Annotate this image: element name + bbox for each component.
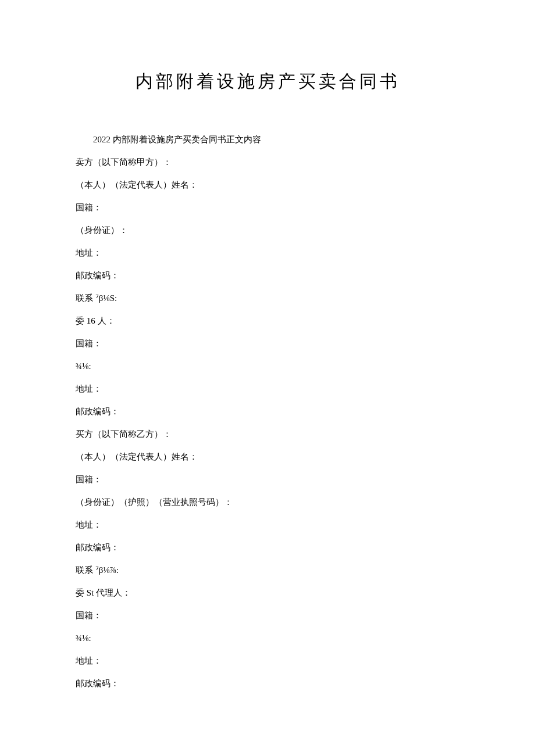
text-line: （身份证）（护照）（营业执照号码）： <box>76 491 459 514</box>
text-line: 地址： <box>76 378 459 400</box>
text-line: （身份证）： <box>76 219 459 242</box>
text-line: 地址： <box>76 650 459 672</box>
text-line: （本人）（法定代表人）姓名： <box>76 174 459 196</box>
text-line: 国籍： <box>76 332 459 355</box>
text-line: 联系 ⁷β⅛⅞: <box>76 559 459 582</box>
text-line: 国籍： <box>76 468 459 491</box>
document-title: 内部附着设施房产买卖合同书 <box>76 70 459 94</box>
text-line: 地址： <box>76 242 459 264</box>
document-subtitle: 2022 内部附着设施房产买卖合同书正文内容 <box>76 128 459 151</box>
text-line: ¾⅛: <box>76 355 459 378</box>
text-line: 地址： <box>76 514 459 536</box>
text-line: 邮政编码： <box>76 264 459 287</box>
text-line: 邮政编码： <box>76 536 459 559</box>
text-line: 委 St 代理人： <box>76 582 459 604</box>
text-line: 国籍： <box>76 196 459 219</box>
text-line: 国籍： <box>76 604 459 627</box>
text-line: 卖方（以下简称甲方）： <box>76 151 459 174</box>
text-line: 联系 ⁷β⅛S: <box>76 287 459 310</box>
text-line: 邮政编码： <box>76 672 459 695</box>
text-line: 买方（以下简称乙方）： <box>76 423 459 446</box>
text-line: ¾⅛: <box>76 627 459 650</box>
text-line: （本人）（法定代表人）姓名： <box>76 446 459 468</box>
text-line: 邮政编码： <box>76 400 459 423</box>
text-line: 委 16 人： <box>76 310 459 332</box>
